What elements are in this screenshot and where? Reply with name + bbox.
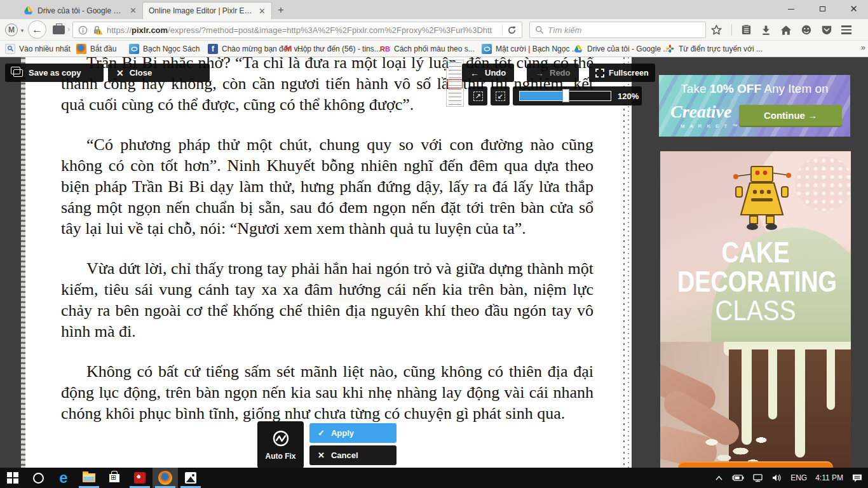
bookmarks-overflow-chevron[interactable]: » bbox=[861, 43, 865, 52]
bookmarks-bar: Vào nhiều nhất Bắt đầu Bạch Ngọc Sách f … bbox=[0, 41, 868, 57]
screen: Drive của tôi - Google Drive ✕ Online Im… bbox=[0, 0, 868, 488]
bookmark-online-dictionary[interactable]: Từ điển trực tuyến với ... bbox=[665, 41, 763, 57]
bookmark-bach-ngoc-sach[interactable]: Bạch Ngọc Sách bbox=[129, 41, 200, 57]
bookmark-most-visited[interactable]: Vào nhiều nhất bbox=[5, 41, 71, 57]
auto-fix-icon bbox=[271, 429, 290, 448]
taskbar-firefox[interactable] bbox=[153, 468, 178, 488]
continue-button[interactable]: Continue → bbox=[739, 105, 842, 126]
close-editor-button[interactable]: ✕ Close bbox=[108, 64, 210, 82]
taskbar-store[interactable] bbox=[102, 468, 127, 488]
fullscreen-button[interactable]: Fullscreen bbox=[589, 64, 655, 82]
new-tab-button[interactable]: + bbox=[278, 4, 284, 17]
home-icon[interactable] bbox=[780, 25, 792, 36]
toolbar-box-icon[interactable] bbox=[53, 25, 65, 34]
save-copy-icon bbox=[13, 69, 23, 77]
downloads-icon[interactable] bbox=[761, 25, 771, 36]
bookmark-label: Bạch Ngọc Sách bbox=[143, 44, 200, 53]
google-drive-icon bbox=[24, 6, 33, 15]
apply-button[interactable]: ✓ Apply bbox=[309, 423, 397, 443]
redo-button[interactable]: → Redo bbox=[527, 64, 579, 82]
bookmark-smiley[interactable]: Mặt cười | Bạch Ngọc ... bbox=[482, 41, 578, 57]
bookmark-star-icon[interactable] bbox=[710, 24, 722, 36]
network-icon[interactable] bbox=[752, 473, 763, 482]
firefox-icon bbox=[158, 471, 172, 485]
action-center-icon[interactable] bbox=[851, 473, 863, 483]
ad-title-line3: CLASS bbox=[672, 295, 839, 327]
zoom-fit-button[interactable]: ↗ bbox=[468, 86, 487, 105]
file-explorer-icon bbox=[83, 473, 95, 482]
bookmark-gmail-inbox[interactable]: M Hộp thư đến (56) - tins... bbox=[283, 41, 381, 57]
taskbar-app-red-icon bbox=[134, 472, 146, 484]
check-icon: ✓ bbox=[318, 428, 325, 438]
tab-google-drive[interactable]: Drive của tôi - Google Drive ✕ bbox=[18, 2, 142, 19]
document-text: Trần Bi Bi nhắc nhở? “Ta chỉ là đưa ra m… bbox=[61, 57, 593, 443]
zoom-actual-button[interactable]: ↙ bbox=[491, 86, 510, 105]
window-maximize-button[interactable] bbox=[808, 0, 837, 18]
extension-caret-icon[interactable]: ▼ bbox=[20, 28, 25, 34]
url-bar[interactable]: https://pixlr.com/express/?method=post&i… bbox=[72, 22, 522, 38]
tab-pixlr-editor[interactable]: Online Image Editor | Pixlr Expr... ✕ bbox=[142, 2, 272, 19]
window-close-button[interactable]: ✕ bbox=[839, 0, 868, 18]
insecure-lock-warning-icon[interactable] bbox=[92, 25, 102, 35]
zoom-slider-handle[interactable] bbox=[562, 89, 569, 102]
cancel-button[interactable]: ✕ Cancel bbox=[309, 445, 397, 465]
close-icon: ✕ bbox=[318, 451, 325, 460]
thumbnail-navigator[interactable] bbox=[446, 60, 464, 107]
bookmark-label: Vào nhiều nhất bbox=[19, 44, 71, 53]
extension-m-icon[interactable]: M bbox=[5, 24, 18, 36]
back-button[interactable]: ← bbox=[28, 20, 46, 39]
battery-icon[interactable] bbox=[731, 474, 744, 482]
menu-hamburger-icon[interactable] bbox=[841, 25, 851, 34]
volume-icon[interactable] bbox=[771, 473, 782, 482]
system-tray: ENG 4:11 PM bbox=[715, 468, 863, 488]
taskbar-file-explorer[interactable] bbox=[76, 468, 102, 488]
start-button[interactable] bbox=[0, 468, 25, 488]
page-right-edge bbox=[621, 57, 632, 468]
search-input[interactable] bbox=[548, 25, 700, 35]
google-drive-favicon bbox=[573, 44, 583, 54]
search-box[interactable] bbox=[529, 22, 706, 38]
cortana-button[interactable] bbox=[25, 468, 51, 488]
viewport-rectangle[interactable] bbox=[447, 79, 463, 88]
bookmark-label: Cách phối màu theo s... bbox=[394, 44, 475, 53]
zoom-slider-track[interactable] bbox=[519, 91, 611, 101]
url-text[interactable]: https://pixlr.com/express/?method=post&i… bbox=[107, 25, 498, 35]
tray-chevron-icon[interactable] bbox=[715, 475, 723, 481]
bookmark-getting-started[interactable]: Bắt đầu bbox=[76, 41, 116, 57]
creative-market-ad[interactable]: Take 10% OFF Any Item on Creative M A R … bbox=[659, 75, 850, 137]
search-icon bbox=[535, 25, 544, 34]
info-icon[interactable] bbox=[78, 25, 88, 35]
clock[interactable]: 4:11 PM bbox=[815, 473, 843, 482]
bookmark-label: Hộp thư đến (56) - tins... bbox=[297, 44, 381, 53]
feedback-smiley-icon[interactable] bbox=[801, 24, 812, 36]
bookmark-color-mixing[interactable]: RB Cách phối màu theo s... bbox=[380, 41, 475, 57]
fullscreen-label: Fullscreen bbox=[609, 69, 649, 78]
zoom-slider-fill bbox=[520, 92, 566, 100]
browser-nav-bar: M ▼ ← › https://pixlr.com/express/?metho… bbox=[0, 19, 868, 41]
auto-fix-button[interactable]: Auto Fix bbox=[257, 421, 304, 468]
undo-button[interactable]: ← Undo bbox=[462, 64, 514, 82]
creative-market-logo-sub: M A R K E T ™ bbox=[681, 123, 740, 129]
pocket-icon[interactable] bbox=[821, 25, 832, 36]
facebook-favicon: f bbox=[208, 44, 218, 54]
url-divider bbox=[502, 25, 503, 35]
taskbar-photos[interactable] bbox=[178, 468, 203, 488]
language-indicator[interactable]: ENG bbox=[790, 473, 807, 482]
magnifier-favicon bbox=[5, 44, 15, 54]
taskbar-red-app[interactable] bbox=[127, 468, 153, 488]
cancel-label: Cancel bbox=[331, 451, 358, 460]
blue-favicon bbox=[129, 44, 139, 54]
save-as-copy-button[interactable]: Save as copy bbox=[5, 64, 104, 82]
tab-close-icon[interactable]: ✕ bbox=[259, 7, 266, 15]
tab-close-icon[interactable]: ✕ bbox=[130, 6, 137, 15]
ad-cta-button[interactable] bbox=[678, 461, 833, 468]
close-icon: ✕ bbox=[116, 69, 124, 78]
redo-arrow-icon: → bbox=[535, 69, 544, 78]
bookmark-google-drive[interactable]: Drive của tôi - Google ... bbox=[573, 41, 669, 57]
reload-icon[interactable] bbox=[507, 25, 517, 35]
bookmark-label: Drive của tôi - Google ... bbox=[587, 44, 669, 53]
taskbar-edge[interactable]: e bbox=[51, 468, 76, 488]
cake-decorating-ad[interactable]: CAKE DECORATING CLASS bbox=[660, 151, 851, 468]
bookmarks-list-icon[interactable] bbox=[741, 24, 752, 36]
window-minimize-button[interactable] bbox=[776, 0, 805, 18]
